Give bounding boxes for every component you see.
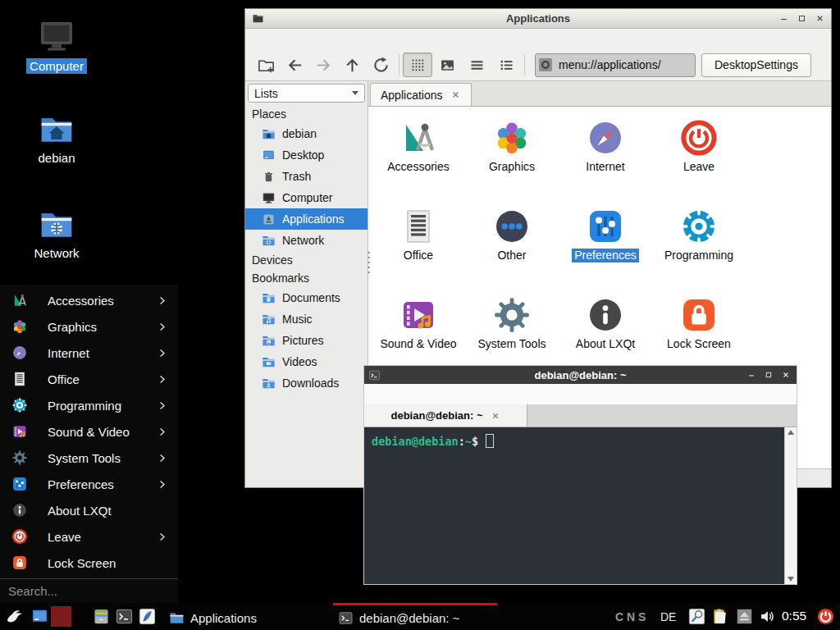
volume-tray-icon[interactable] [759,608,776,625]
fm-tab-applications[interactable]: Applications [370,83,472,106]
compact-view-button[interactable] [462,52,491,77]
clock[interactable]: 0:55 [782,609,806,623]
app-menu-item[interactable]: Lock Screen [0,550,178,576]
fm-menu-item[interactable] [267,38,280,41]
app-menu-item[interactable]: Accessories [0,287,178,313]
grid-item[interactable]: Office [372,203,465,292]
terminal-titlebar[interactable]: debian@debian: ~ [364,366,797,384]
splitter-handle[interactable] [368,252,370,273]
fm-titlebar[interactable]: Applications [245,9,831,29]
app-menu-item[interactable]: Office [0,366,178,392]
forward-button[interactable] [314,56,333,75]
address-bar[interactable]: menu://applications/ [535,53,696,77]
fm-menu-item[interactable] [319,38,332,41]
file-manager-launcher[interactable] [92,607,111,626]
scroll-up-icon[interactable] [788,430,794,435]
tab-close-icon[interactable] [450,89,461,100]
sidebar-bookmark-item[interactable]: Videos [245,351,368,372]
workspace-switcher-button[interactable] [51,606,71,627]
new-tab-button[interactable] [257,56,276,75]
grid-item[interactable]: Internet [559,115,652,203]
main-menu-button[interactable] [4,606,25,627]
app-menu-item-label: Preferences [48,477,156,491]
grid-item[interactable]: Preferences [559,203,652,292]
scroll-down-icon[interactable] [788,577,794,582]
app-menu-item[interactable]: Programming [0,392,178,418]
terminal-maximize-button[interactable] [765,371,773,379]
thumbnail-view-button[interactable] [432,52,462,77]
fm-menu-item[interactable] [280,38,293,41]
sidebar-place-item[interactable]: Desktop [245,144,368,166]
sidebar-place-item[interactable]: Applications [245,208,368,230]
detailed-view-button[interactable] [491,52,521,77]
grid-item-label: Preferences [572,249,638,262]
fm-menu-item[interactable] [253,38,267,41]
app-menu-item[interactable]: Leave [0,523,178,550]
sidebar-bookmark-label: Downloads [282,377,339,390]
grid-item-label: Other [495,249,528,262]
desktop-icon[interactable]: Network [22,207,91,261]
grid-item[interactable]: Accessories [372,115,465,203]
sidebar-mode-select[interactable]: Lists [248,84,365,103]
clipboard-tray-icon[interactable] [710,607,729,626]
terminal-tab-close-icon[interactable] [491,411,500,421]
keyboard-layout-indicator[interactable]: DE [660,610,676,623]
removable-media-tray-icon[interactable] [736,608,753,625]
show-desktop-button[interactable] [30,607,49,626]
back-button[interactable] [285,56,304,75]
fm-menu-item[interactable] [306,38,319,41]
refresh-button[interactable] [372,56,390,75]
screenshot-tray-icon[interactable] [687,607,706,626]
sidebar-place-item[interactable]: debian [245,123,368,144]
terminal-launcher[interactable] [115,607,134,626]
app-menu-item[interactable]: About LXQt [0,497,178,523]
taskbar-task-button[interactable]: debian@debian: ~ [333,603,497,630]
terminal-output[interactable]: debian@debian:~$ [364,427,784,584]
app-menu-item[interactable]: Preferences [0,471,178,497]
workspace-switcher-button[interactable] [72,606,93,627]
grid-item[interactable]: Programming [652,203,746,292]
submenu-chevron-icon [156,531,168,543]
app-menu-item-label: System Tools [48,451,156,465]
sidebar-place-item[interactable]: Computer [245,187,368,208]
terminal-menu-item[interactable] [386,393,399,396]
close-button[interactable] [815,14,824,23]
app-menu-item[interactable]: Graphics [0,313,178,340]
power-button[interactable] [816,607,835,626]
sidebar-bookmark-item[interactable]: Pictures [245,330,368,351]
sidebar-place-item[interactable]: Network [245,230,368,251]
grid-item[interactable]: Other [465,203,559,292]
fm-menu-item[interactable] [332,38,345,41]
terminal-minimize-button[interactable] [747,371,756,379]
app-menu-item[interactable]: System Tools [0,445,178,471]
terminal-scrollbar[interactable] [784,427,797,584]
terminal-tab[interactable]: debian@debian: ~ [364,404,527,427]
grid-item[interactable]: Leave [652,115,746,203]
sidebar-bookmark-item[interactable]: Music [245,308,368,330]
app-menu-item[interactable]: Sound & Video [0,418,178,445]
minimize-button[interactable] [779,14,788,23]
grid-item[interactable]: Graphics [465,115,559,203]
desktop-settings-button[interactable]: DesktopSettings [701,53,811,77]
icon-view-button[interactable] [403,52,432,77]
sidebar-place-item[interactable]: Trash [245,166,368,187]
desktop-icon[interactable]: Computer [22,16,91,74]
text-editor-launcher[interactable] [138,607,157,626]
taskbar-task-button[interactable]: Applications [164,603,328,630]
app-menu-item[interactable]: Internet [0,340,178,366]
terminal-menu-item[interactable] [399,393,412,396]
sidebar-bookmark-item[interactable]: Documents [245,287,368,308]
maximize-button[interactable] [797,14,806,23]
dropdown-arrow-icon [352,91,358,95]
terminal-menu-item[interactable] [412,393,425,396]
terminal-close-button[interactable] [782,371,790,379]
fm-menu-item[interactable] [293,38,306,41]
menu-search-input[interactable]: Search... [0,578,178,603]
desktop-icon[interactable]: debian [22,112,91,166]
terminal-menu-item[interactable] [372,393,386,396]
terminal-tab-label: debian@debian: ~ [391,409,483,422]
terminal-menu-item[interactable] [425,393,438,396]
sidebar-bookmark-item[interactable]: Downloads [245,372,368,394]
grid-item-label: Internet [583,160,627,174]
up-button[interactable] [343,56,362,75]
